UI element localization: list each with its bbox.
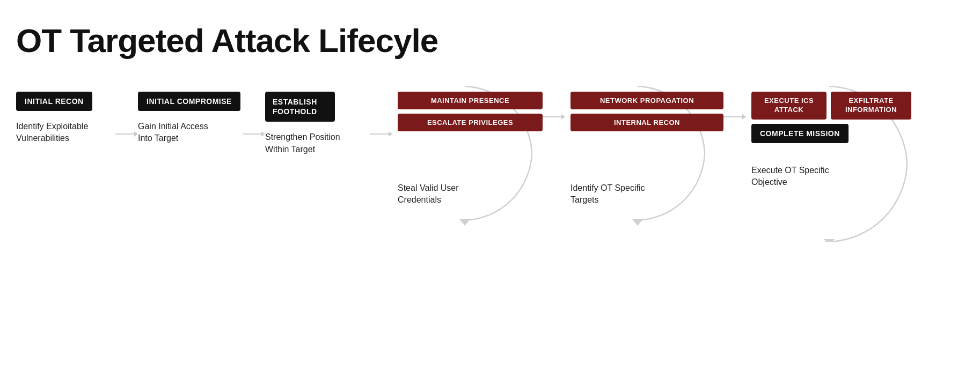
line-2 xyxy=(243,133,261,135)
arrow-1 xyxy=(115,131,138,137)
line-3 xyxy=(370,133,389,135)
label-exfiltrate-information: EXFILTRATE INFORMATION xyxy=(831,92,911,120)
svg-marker-0 xyxy=(459,219,470,226)
arrow-2 xyxy=(243,131,265,137)
label-network-propagation: NETWORK PROPAGATION xyxy=(571,92,723,109)
phase-initial-recon: INITIAL RECON Identify Exploitable Vulne… xyxy=(16,92,115,145)
page: OT Targeted Attack Lifecyle INITIAL RECO… xyxy=(0,0,980,372)
arc-group-3-top-labels: EXECUTE ICS ATTACK EXFILTRATE INFORMATIO… xyxy=(746,92,950,120)
desc-establish-foothold: Strengthen Position Within Target xyxy=(265,131,351,155)
label-complete-mission: COMPLETE MISSION xyxy=(751,124,849,143)
lifecycle-row: INITIAL RECON Identify Exploitable Vulne… xyxy=(16,92,964,206)
desc-arc-group-1: Steal Valid User Credentials xyxy=(392,182,500,206)
arrowhead-1 xyxy=(134,131,138,137)
label-execute-ics-attack: EXECUTE ICS ATTACK xyxy=(751,92,827,120)
line-5 xyxy=(723,116,742,117)
line-1 xyxy=(115,133,134,135)
arc-group-2: NETWORK PROPAGATION INTERNAL RECON Ident… xyxy=(565,92,723,206)
arc-group-3-black-label-row: COMPLETE MISSION xyxy=(746,124,950,143)
arc-group-2-labels: NETWORK PROPAGATION INTERNAL RECON xyxy=(565,92,723,131)
page-title: OT Targeted Attack Lifecyle xyxy=(16,21,964,59)
arrowhead-2 xyxy=(261,131,265,137)
label-internal-recon: INTERNAL RECON xyxy=(571,114,723,131)
label-establish-foothold: ESTABLISH FOOTHOLD xyxy=(265,92,335,122)
svg-marker-1 xyxy=(632,219,643,226)
desc-arc-group-3: Execute OT Specific Objective xyxy=(746,165,859,189)
desc-arc-group-2: Identify OT Specific Targets xyxy=(565,182,672,206)
desc-initial-compromise: Gain Initial Access Into Target xyxy=(138,121,224,145)
arc-group-1: MAINTAIN PRESENCE ESCALATE PRIVILEGES St… xyxy=(392,92,543,206)
label-escalate-privileges: ESCALATE PRIVILEGES xyxy=(398,114,543,131)
label-initial-recon: INITIAL RECON xyxy=(16,92,92,111)
arc-group-1-labels: MAINTAIN PRESENCE ESCALATE PRIVILEGES xyxy=(392,92,543,131)
phase-initial-compromise: INITIAL COMPROMISE Gain Initial Access I… xyxy=(138,92,243,145)
line-4 xyxy=(543,116,561,117)
desc-initial-recon: Identify Exploitable Vulnerabilities xyxy=(16,121,102,145)
label-initial-compromise: INITIAL COMPROMISE xyxy=(138,92,240,111)
label-maintain-presence: MAINTAIN PRESENCE xyxy=(398,92,543,109)
phase-establish-foothold: ESTABLISH FOOTHOLD Strengthen Position W… xyxy=(265,92,370,155)
arc-group-3: EXECUTE ICS ATTACK EXFILTRATE INFORMATIO… xyxy=(746,92,950,189)
